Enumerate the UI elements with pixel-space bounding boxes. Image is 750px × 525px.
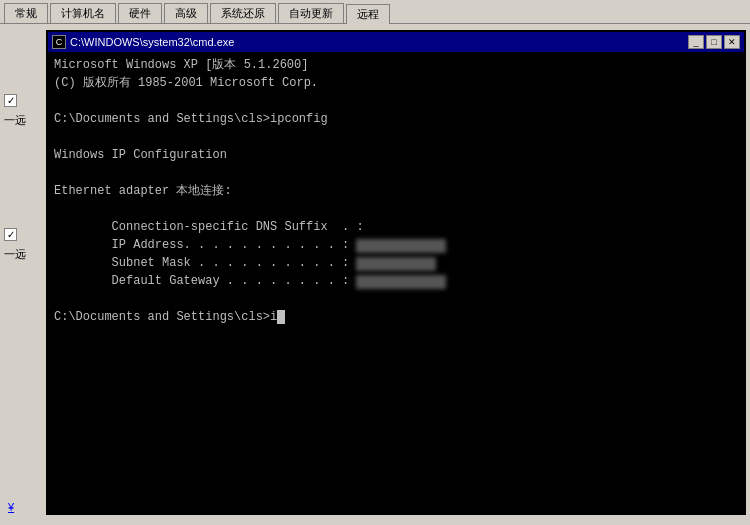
cmd-title: C:\WINDOWS\system32\cmd.exe bbox=[70, 36, 684, 48]
tab-hardware[interactable]: 硬件 bbox=[118, 3, 162, 23]
cmd-line-3 bbox=[54, 92, 738, 110]
tab-system-restore[interactable]: 系统还原 bbox=[210, 3, 276, 23]
close-button[interactable]: ✕ bbox=[724, 35, 740, 49]
remote-desktop-check[interactable]: ✓ bbox=[4, 228, 42, 241]
minimize-button[interactable]: _ bbox=[688, 35, 704, 49]
tab-bar: 常规 计算机名 硬件 高级 系统还原 自动更新 远程 bbox=[0, 0, 750, 24]
cmd-line-7 bbox=[54, 164, 738, 182]
cmd-line-5 bbox=[54, 128, 738, 146]
subnet-redacted bbox=[356, 257, 436, 271]
remote-assistance-checkbox[interactable]: ✓ bbox=[4, 94, 17, 107]
cmd-window-buttons: _ □ ✕ bbox=[688, 35, 740, 49]
remote-assistance-check[interactable]: ✓ bbox=[4, 94, 42, 107]
cmd-line-8: Ethernet adapter 本地连接: bbox=[54, 182, 738, 200]
cmd-line-2: (C) 版权所有 1985-2001 Microsoft Corp. bbox=[54, 74, 738, 92]
remote-desktop-checkbox[interactable]: ✓ bbox=[4, 228, 17, 241]
cmd-window: C C:\WINDOWS\system32\cmd.exe _ □ ✕ Micr… bbox=[46, 30, 746, 515]
cmd-line-gateway: Default Gateway . . . . . . . . : bbox=[54, 272, 738, 290]
tab-advanced[interactable]: 高级 bbox=[164, 3, 208, 23]
tab-remote[interactable]: 远程 bbox=[346, 4, 390, 24]
cmd-line-6: Windows IP Configuration bbox=[54, 146, 738, 164]
cmd-line-prompt: C:\Documents and Settings\cls>i bbox=[54, 308, 738, 326]
tab-general[interactable]: 常规 bbox=[4, 3, 48, 23]
cmd-line-1: Microsoft Windows XP [版本 5.1.2600] bbox=[54, 56, 738, 74]
remote-assistance-label: 一远 bbox=[4, 113, 42, 128]
cmd-line-dns: Connection-specific DNS Suffix . : bbox=[54, 218, 738, 236]
cmd-icon: C bbox=[52, 35, 66, 49]
cmd-line-9 bbox=[54, 200, 738, 218]
cmd-line-10 bbox=[54, 290, 738, 308]
cmd-line-subnet: Subnet Mask . . . . . . . . . . : bbox=[54, 254, 738, 272]
cmd-content[interactable]: Microsoft Windows XP [版本 5.1.2600] (C) 版… bbox=[48, 52, 744, 513]
remote-desktop-label: 一远 bbox=[4, 247, 42, 262]
maximize-button[interactable]: □ bbox=[706, 35, 722, 49]
tab-computer-name[interactable]: 计算机名 bbox=[50, 3, 116, 23]
ip-redacted bbox=[356, 239, 446, 253]
cmd-line-ip: IP Address. . . . . . . . . . . : bbox=[54, 236, 738, 254]
bottom-link[interactable]: ¥ bbox=[4, 499, 42, 515]
gateway-redacted bbox=[356, 275, 446, 289]
sidebar: ✓ 一远 ✓ 一远 ¥ bbox=[4, 30, 42, 515]
main-content: ✓ 一远 ✓ 一远 ¥ C C:\WINDOWS\system32\cmd.ex… bbox=[0, 24, 750, 521]
tab-auto-update[interactable]: 自动更新 bbox=[278, 3, 344, 23]
cmd-titlebar: C C:\WINDOWS\system32\cmd.exe _ □ ✕ bbox=[48, 32, 744, 52]
cursor bbox=[277, 310, 285, 324]
cmd-line-4: C:\Documents and Settings\cls>ipconfig bbox=[54, 110, 738, 128]
